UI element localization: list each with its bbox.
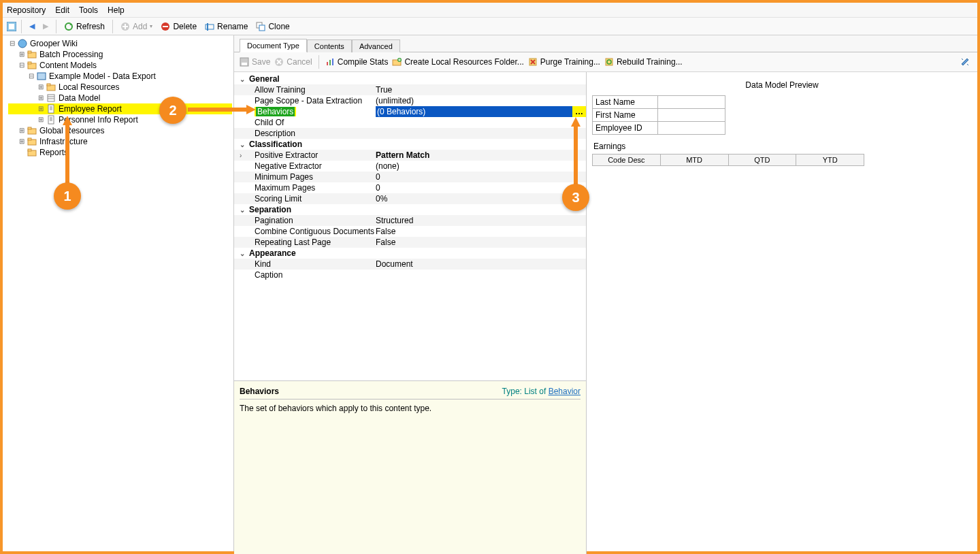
- svg-rect-15: [37, 73, 46, 80]
- clone-button[interactable]: Clone: [253, 20, 292, 33]
- add-icon: [120, 22, 130, 31]
- pg-max-pages[interactable]: Maximum Pages: [249, 183, 376, 193]
- svg-rect-30: [327, 62, 328, 65]
- pg-combine-docs[interactable]: Combine Contiguous Documents: [249, 227, 376, 236]
- tree-example-model[interactable]: ⊟ Example Model - Data Export: [8, 71, 232, 82]
- pg-allow-training[interactable]: Allow Training: [249, 85, 376, 95]
- earnings-col-qtd: QTD: [729, 154, 797, 166]
- tab-advanced[interactable]: Advanced: [352, 39, 400, 52]
- nav-back-button[interactable]: ◀: [27, 22, 37, 31]
- pg-kind[interactable]: Kind: [249, 259, 376, 269]
- menu-tools[interactable]: Tools: [79, 5, 98, 15]
- delete-icon: [161, 22, 170, 31]
- desc-type-label: Type:: [502, 387, 522, 396]
- tree-personnel-info[interactable]: ⊞ Personnel Info Report: [8, 114, 232, 125]
- menu-edit[interactable]: Edit: [55, 5, 69, 15]
- cancel-icon: [274, 57, 284, 67]
- pg-scoring-limit[interactable]: Scoring Limit: [249, 194, 376, 203]
- svg-marker-39: [63, 116, 72, 125]
- tree-infrastructure[interactable]: ⊞ Infrastructure: [8, 136, 232, 147]
- pg-negative-extractor[interactable]: Negative Extractor: [249, 161, 376, 171]
- create-local-resources-button[interactable]: Create Local Resources Folder...: [392, 57, 523, 67]
- svg-rect-7: [207, 23, 208, 31]
- pg-positive-extractor[interactable]: Positive Extractor: [249, 150, 376, 160]
- delete-button[interactable]: Delete: [158, 20, 199, 33]
- folder-icon: [46, 82, 56, 92]
- preview-empid-label: Employee ID: [592, 122, 657, 135]
- earnings-col-mtd: MTD: [661, 154, 729, 166]
- menu-repository[interactable]: Repository: [7, 5, 46, 15]
- preview-empid-field[interactable]: [657, 122, 725, 135]
- preview-firstname-field[interactable]: [657, 109, 725, 122]
- folder-icon: [27, 148, 37, 157]
- action-bar: Save Cancel Compile Stats: [234, 52, 977, 72]
- pg-page-scope[interactable]: Page Scope - Data Extraction: [249, 96, 376, 105]
- chart-icon: [325, 57, 335, 67]
- app-icon: [7, 22, 16, 31]
- preview-lastname-field[interactable]: [657, 95, 725, 109]
- desc-behavior-link[interactable]: Behavior: [549, 387, 581, 396]
- document-icon: [46, 115, 56, 125]
- pg-caption[interactable]: Caption: [249, 270, 376, 280]
- main-pane: Document Type Contents Advanced Save Can…: [234, 35, 977, 551]
- callout-1: 1: [54, 182, 81, 210]
- menu-help[interactable]: Help: [108, 5, 125, 15]
- toolbar: ◀ ▶ Refresh Add ▾ Delete Rena: [3, 18, 977, 35]
- pg-header-appearance[interactable]: Appearance: [249, 248, 376, 258]
- pg-header-classification[interactable]: Classification: [249, 140, 376, 149]
- svg-marker-41: [246, 105, 256, 114]
- tree-root[interactable]: ⊟ Grooper Wiki: [8, 38, 232, 49]
- tree-global-resources[interactable]: ⊞ Global Resources: [8, 125, 232, 136]
- svg-rect-19: [48, 105, 54, 113]
- preview-earnings-label: Earnings: [593, 142, 972, 151]
- datamodel-icon: [46, 93, 56, 103]
- tree-batch-processing[interactable]: ⊞ Batch Processing: [8, 49, 232, 60]
- tree-data-model[interactable]: ⊞ Data Model: [8, 93, 232, 103]
- refresh-button[interactable]: Refresh: [61, 20, 108, 33]
- svg-rect-6: [206, 25, 214, 29]
- rename-icon: [205, 22, 214, 31]
- preview-firstname-label: First Name: [592, 109, 657, 122]
- model-icon: [37, 71, 46, 81]
- folder-icon: [27, 137, 37, 146]
- save-icon: [240, 57, 249, 67]
- earnings-col-codedesc: Code Desc: [592, 154, 661, 166]
- earnings-col-ytd: YTD: [796, 154, 864, 166]
- callout-arrow-3: [571, 117, 581, 185]
- tree-reports[interactable]: Reports: [8, 147, 232, 158]
- pg-child-of[interactable]: Child Of: [249, 118, 376, 127]
- svg-marker-43: [571, 117, 581, 127]
- folder-icon: [27, 61, 37, 70]
- description-panel: Behaviors Type: List of Behavior The set…: [234, 381, 586, 554]
- rebuild-icon: [604, 57, 614, 67]
- pg-min-pages[interactable]: Minimum Pages: [249, 172, 376, 182]
- menu-bar: Repository Edit Tools Help: [3, 3, 977, 18]
- pg-header-general[interactable]: General: [249, 74, 376, 84]
- svg-rect-5: [163, 26, 168, 27]
- tree-content-models[interactable]: ⊟ Content Models: [8, 60, 232, 71]
- clone-icon: [256, 22, 265, 31]
- callout-arrow-2: [188, 105, 256, 114]
- pg-repeat-last[interactable]: Repeating Last Page: [249, 238, 376, 247]
- add-button: Add ▾: [118, 20, 155, 33]
- tree-local-resources[interactable]: ⊞ Local Resources: [8, 82, 232, 93]
- compile-stats-button[interactable]: Compile Stats: [325, 57, 389, 67]
- refresh-icon: [64, 22, 74, 31]
- cancel-button: Cancel: [274, 57, 312, 67]
- pg-description[interactable]: Description: [249, 129, 376, 138]
- preview-title: Data Model Preview: [592, 80, 972, 90]
- settings-icon[interactable]: [960, 57, 969, 67]
- svg-rect-17: [47, 84, 50, 86]
- callout-arrow-1: [63, 116, 72, 184]
- tab-document-type[interactable]: Document Type: [240, 39, 307, 52]
- property-grid[interactable]: ⌄General Allow TrainingTrue Page Scope -…: [234, 72, 586, 381]
- rebuild-training-button[interactable]: Rebuild Training...: [604, 57, 683, 67]
- rename-button[interactable]: Rename: [202, 20, 250, 33]
- pg-behaviors[interactable]: Behaviors (0 Behaviors) …: [234, 106, 586, 117]
- purge-training-button[interactable]: Purge Training...: [528, 57, 600, 67]
- svg-rect-20: [48, 116, 54, 124]
- tab-contents[interactable]: Contents: [307, 39, 352, 52]
- pg-header-separation[interactable]: Separation: [249, 205, 376, 214]
- pg-pagination[interactable]: Pagination: [249, 216, 376, 225]
- behaviors-ellipsis-button[interactable]: …: [572, 106, 586, 117]
